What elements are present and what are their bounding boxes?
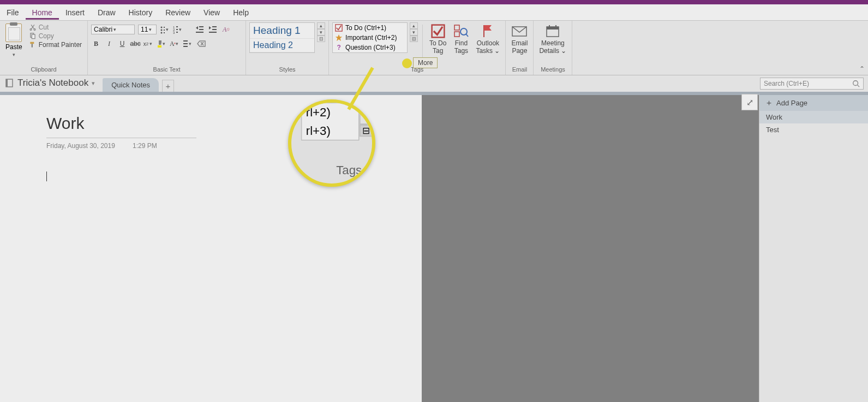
outlook-tasks-button[interactable]: Outlook Tasks ⌄ bbox=[474, 22, 502, 56]
body-area: Work Friday, August 30, 2019 1:29 PM ⤢ ＋… bbox=[0, 93, 868, 402]
format-painter-label: Format Painter bbox=[39, 41, 82, 49]
clear-formatting-button[interactable]: A⦸ bbox=[221, 25, 231, 34]
search-icon bbox=[852, 80, 860, 87]
font-size-combo[interactable]: 11▾ bbox=[138, 25, 157, 34]
titlebar bbox=[0, 0, 868, 4]
menu-file[interactable]: File bbox=[0, 5, 26, 20]
paste-icon bbox=[5, 23, 22, 42]
svg-point-8 bbox=[161, 29, 163, 31]
add-page-button[interactable]: ＋ Add Page bbox=[759, 95, 868, 111]
meetings-group-label: Meetings bbox=[537, 64, 568, 75]
tag-important[interactable]: Important (Ctrl+2) bbox=[333, 33, 407, 43]
plus-icon: ＋ bbox=[765, 98, 773, 108]
meeting-details-button[interactable]: Meeting Details ⌄ bbox=[537, 22, 568, 56]
copy-label: Copy bbox=[39, 32, 54, 40]
menubar: File Home Insert Draw History Review Vie… bbox=[0, 4, 868, 21]
style-scroll-up[interactable]: ▴ bbox=[317, 22, 325, 29]
email-page-button[interactable]: Email Page bbox=[509, 22, 530, 56]
svg-rect-25 bbox=[183, 40, 188, 42]
outdent-button[interactable] bbox=[195, 25, 205, 34]
page-item-test[interactable]: Test bbox=[759, 123, 868, 136]
menu-home[interactable]: Home bbox=[26, 5, 59, 20]
page-item-work[interactable]: Work bbox=[759, 111, 868, 123]
svg-rect-22 bbox=[212, 29, 217, 30]
notebook-icon bbox=[4, 78, 14, 88]
svg-rect-3 bbox=[32, 34, 35, 39]
page-time: 1:29 PM bbox=[133, 142, 157, 150]
copy-icon bbox=[29, 32, 37, 40]
outdent-icon bbox=[195, 25, 204, 34]
tag-todo-label: To Do (Ctrl+1) bbox=[345, 24, 386, 32]
zoom-callout: rl+2) rl+3) ▴ ▾ ⊟ To Do Tag Tags Mor bbox=[288, 99, 375, 187]
tag-scroll-down[interactable]: ▾ bbox=[410, 29, 418, 36]
svg-rect-24 bbox=[158, 45, 161, 48]
svg-rect-39 bbox=[6, 79, 8, 87]
basic-text-group-label: Basic Text bbox=[91, 64, 242, 75]
style-gallery[interactable]: Heading 1 Heading 2 bbox=[249, 22, 315, 53]
text-cursor bbox=[46, 172, 47, 181]
cut-button[interactable]: Cut bbox=[29, 23, 82, 31]
tag-gallery[interactable]: To Do (Ctrl+1) Important (Ctrl+2) ? Ques… bbox=[332, 22, 408, 53]
align-button[interactable]: ▾ bbox=[183, 39, 193, 49]
search-input[interactable]: Search (Ctrl+E) bbox=[760, 78, 864, 90]
star-icon bbox=[335, 34, 343, 42]
expand-page-list-button[interactable]: ⤢ bbox=[741, 94, 758, 110]
copy-button[interactable]: Copy bbox=[29, 32, 82, 40]
style-heading-1[interactable]: Heading 1 bbox=[250, 23, 314, 39]
format-painter-button[interactable]: Format Painter bbox=[29, 41, 82, 49]
svg-rect-18 bbox=[199, 26, 203, 27]
page-title[interactable]: Work bbox=[46, 114, 84, 133]
delete-icon bbox=[196, 39, 206, 48]
highlighter-icon bbox=[157, 39, 161, 48]
menu-draw[interactable]: Draw bbox=[91, 5, 122, 20]
tag-more-button[interactable]: ⊟ bbox=[410, 36, 418, 42]
menu-insert[interactable]: Insert bbox=[59, 5, 91, 20]
dark-pane bbox=[422, 93, 759, 402]
font-color-button[interactable]: A▾ bbox=[170, 39, 179, 49]
font-name-combo[interactable]: Calibri▾ bbox=[91, 25, 135, 34]
checkbox-icon bbox=[431, 24, 445, 38]
paste-label: Paste bbox=[5, 43, 22, 51]
paste-button[interactable]: Paste ▾ bbox=[3, 22, 25, 58]
svg-rect-19 bbox=[199, 29, 203, 30]
underline-button[interactable]: U bbox=[117, 39, 127, 49]
style-more[interactable]: ⊟ bbox=[317, 36, 325, 42]
collapse-ribbon-button[interactable]: ⌃ bbox=[859, 65, 865, 73]
italic-button[interactable]: I bbox=[104, 39, 114, 49]
more-tooltip: More bbox=[413, 57, 438, 68]
menu-help[interactable]: Help bbox=[226, 5, 255, 20]
cut-icon bbox=[29, 23, 37, 31]
find-tags-button[interactable]: Find Tags bbox=[451, 22, 471, 56]
delete-button[interactable] bbox=[196, 39, 206, 49]
indent-button[interactable] bbox=[208, 25, 218, 34]
notebook-name-label: Tricia's Notebook bbox=[17, 78, 88, 88]
tag-todo[interactable]: To Do (Ctrl+1) bbox=[333, 23, 407, 33]
menu-history[interactable]: History bbox=[122, 5, 159, 20]
todo-tag-button[interactable]: To Do Tag bbox=[427, 22, 448, 56]
strike-button[interactable]: abc bbox=[130, 39, 140, 49]
highlight-button[interactable]: ▾ bbox=[157, 39, 166, 49]
section-tab-quick-notes[interactable]: Quick Notes bbox=[103, 78, 159, 92]
numbering-button[interactable]: 123▾ bbox=[173, 25, 183, 34]
svg-rect-35 bbox=[547, 27, 559, 29]
add-section-button[interactable]: + bbox=[162, 80, 174, 92]
tag-scroll-up[interactable]: ▴ bbox=[410, 22, 418, 29]
page-list: ＋ Add Page Work Test bbox=[759, 93, 868, 402]
bold-button[interactable]: B bbox=[91, 39, 101, 49]
menu-review[interactable]: Review bbox=[159, 5, 197, 20]
ribbon-group-basic-text: Calibri▾ 11▾ ▾ 123▾ A⦸ B I U abc x2▾ ▾ A… bbox=[88, 21, 246, 75]
svg-point-40 bbox=[853, 81, 858, 86]
numbering-icon: 123 bbox=[173, 25, 178, 34]
subscript-button[interactable]: x2▾ bbox=[143, 39, 153, 49]
svg-point-1 bbox=[34, 29, 35, 31]
menu-view[interactable]: View bbox=[197, 5, 226, 20]
chevron-down-icon: ▾ bbox=[11, 52, 16, 57]
svg-rect-20 bbox=[196, 32, 203, 33]
tag-question[interactable]: ? Question (Ctrl+3) bbox=[333, 43, 407, 52]
notebook-selector[interactable]: Tricia's Notebook ▾ bbox=[0, 75, 103, 92]
page-title-rule bbox=[46, 138, 196, 138]
style-heading-2[interactable]: Heading 2 bbox=[250, 39, 314, 52]
svg-rect-27 bbox=[183, 46, 188, 47]
bullets-button[interactable]: ▾ bbox=[160, 25, 170, 34]
style-scroll-down[interactable]: ▾ bbox=[317, 29, 325, 36]
